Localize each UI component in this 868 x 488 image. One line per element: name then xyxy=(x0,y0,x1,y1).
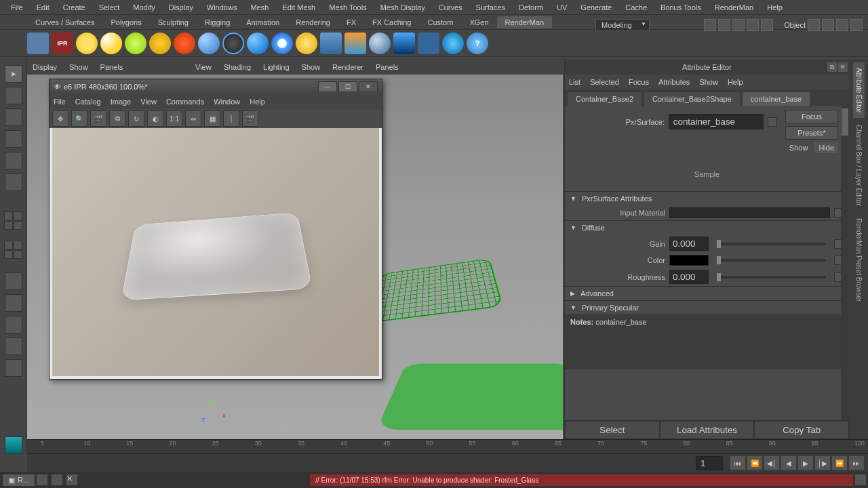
menu-uv[interactable]: UV xyxy=(550,1,574,14)
paint-select-tool-icon[interactable] xyxy=(5,108,22,126)
rv-crop-icon[interactable]: ┊ xyxy=(223,110,239,127)
menu-help[interactable]: Help xyxy=(760,1,789,14)
node-name-field[interactable] xyxy=(669,114,764,129)
layout-two-icon[interactable] xyxy=(14,211,22,220)
shelf-tab-renderman[interactable]: RenderMan xyxy=(497,16,552,28)
rv-view[interactable]: View xyxy=(140,98,157,106)
rotate-tool-icon[interactable] xyxy=(5,152,22,169)
rv-pick-icon[interactable]: ◐ xyxy=(147,110,163,127)
show-button[interactable]: Show xyxy=(785,142,812,153)
render-view-titlebar[interactable]: 👁 e6 IPR 480x360 100.0%* — ☐ ✕ xyxy=(50,79,382,94)
color-swatch[interactable] xyxy=(669,255,709,266)
ae-selected[interactable]: Selected xyxy=(590,78,619,86)
menu-edit[interactable]: Edit xyxy=(30,1,56,14)
presets-button[interactable]: Presets* xyxy=(785,126,838,140)
shelf-tab-animation[interactable]: Animation xyxy=(238,16,288,28)
file-new-icon[interactable] xyxy=(704,19,716,31)
rv-split-icon[interactable]: ⇔ xyxy=(185,110,201,127)
ae-show[interactable]: Show xyxy=(699,78,718,86)
color-slider[interactable] xyxy=(717,259,826,262)
rv-copy-icon[interactable]: ⧉ xyxy=(109,110,125,127)
snap-point-icon[interactable] xyxy=(5,316,22,333)
menu-mesh[interactable]: Mesh xyxy=(243,1,275,14)
play-forward-icon[interactable]: ▶ xyxy=(798,456,813,470)
rv-1to1-icon[interactable]: 1:1 xyxy=(166,110,182,127)
maximize-button[interactable]: ☐ xyxy=(338,81,357,92)
selected-mesh-wireframe[interactable] xyxy=(369,258,503,323)
shelf-tab-xgen[interactable]: XGen xyxy=(461,16,496,28)
vp-lighting[interactable]: Lighting xyxy=(263,63,290,71)
rv-refresh-icon[interactable]: ↻ xyxy=(128,110,144,127)
vp-renderer[interactable]: Renderer xyxy=(332,63,363,71)
layout1-icon[interactable] xyxy=(822,19,834,31)
time-slider[interactable]: 5101520253035404550556065707580859095100 xyxy=(27,439,868,454)
file-save-icon[interactable] xyxy=(732,19,745,31)
vp-shading[interactable]: Shading xyxy=(224,63,251,71)
ae-tab-container-base2[interactable]: Container_Base2 xyxy=(568,92,642,106)
shelf-tab-sculpting[interactable]: Sculpting xyxy=(150,16,197,28)
rv-marquee-icon[interactable]: ▦ xyxy=(204,110,220,127)
ae-focus[interactable]: Focus xyxy=(629,78,649,86)
rv-image[interactable]: Image xyxy=(111,98,132,106)
script-editor-icon[interactable] xyxy=(855,474,866,485)
hide-button[interactable]: Hide xyxy=(814,142,838,153)
ae-tab-container-base2shape[interactable]: Container_Base2Shape xyxy=(644,92,740,106)
material-sample-swatch[interactable]: Sample xyxy=(565,157,849,191)
ae-tab-container-base[interactable]: container_base xyxy=(743,92,810,106)
layout-single-icon[interactable] xyxy=(4,211,13,220)
current-frame-field[interactable] xyxy=(696,456,723,470)
step-forward-key-icon[interactable]: ⏩ xyxy=(832,456,847,470)
load-attributes-button[interactable]: Load Attributes xyxy=(660,421,755,439)
redo-icon[interactable] xyxy=(761,19,773,31)
play-back-icon[interactable]: ◀ xyxy=(781,456,796,470)
bulb-sphere-icon[interactable] xyxy=(296,33,317,54)
shelf-tab-fx-caching[interactable]: FX Caching xyxy=(364,16,419,28)
layout-c-icon[interactable] xyxy=(4,250,13,259)
ae-list[interactable]: List xyxy=(569,78,580,86)
ipr-icon[interactable]: IPR xyxy=(52,33,73,54)
calculator-icon[interactable] xyxy=(320,33,342,54)
step-back-icon[interactable]: ◀│ xyxy=(764,456,779,470)
matte-sphere-icon[interactable] xyxy=(198,33,220,54)
vp-display[interactable]: Display xyxy=(33,63,57,71)
go-end-icon[interactable]: ⏭ xyxy=(849,456,864,470)
menu-mesh-tools[interactable]: Mesh Tools xyxy=(322,1,373,14)
ae-attributes[interactable]: Attributes xyxy=(658,78,690,86)
undo-icon[interactable] xyxy=(747,19,759,31)
menu-windows[interactable]: Windows xyxy=(200,1,244,14)
shelf-tab-polygons[interactable]: Polygons xyxy=(102,16,149,28)
swirl-icon[interactable] xyxy=(442,33,464,54)
snap-grid-icon[interactable] xyxy=(5,272,22,290)
menu-curves[interactable]: Curves xyxy=(432,1,469,14)
layout-b-icon[interactable] xyxy=(14,241,22,249)
input-material-field[interactable] xyxy=(669,207,830,218)
menu-display[interactable]: Display xyxy=(162,1,200,14)
attribute-editor-scrollbar[interactable] xyxy=(841,106,849,420)
workspace-dropdown[interactable]: Modeling xyxy=(595,19,650,31)
ae-popout-icon[interactable]: ⧉ xyxy=(827,62,837,72)
rv-zoom-icon[interactable]: 🔍 xyxy=(71,110,87,127)
gain-field[interactable] xyxy=(669,237,709,251)
dome-sphere-icon[interactable] xyxy=(149,33,171,54)
select-button[interactable]: Select xyxy=(565,421,660,439)
section-primary-specular[interactable]: ▼Primary Specular xyxy=(565,301,849,314)
ae-help[interactable]: Help xyxy=(728,78,743,86)
menu-modify[interactable]: Modify xyxy=(126,1,161,14)
moon-icon[interactable] xyxy=(369,33,391,54)
menu-bonus-tools[interactable]: Bonus Tools xyxy=(654,1,708,14)
sun-sphere-icon[interactable] xyxy=(100,33,122,54)
eye-sphere-icon[interactable] xyxy=(271,33,293,54)
move-tool-icon[interactable] xyxy=(5,130,22,148)
right-tab-attribute-editor[interactable]: Attribute Editor xyxy=(853,62,865,118)
image-tool-icon[interactable] xyxy=(344,33,366,54)
select-mode-icon[interactable] xyxy=(808,19,820,31)
bar-chart-icon[interactable] xyxy=(418,33,439,54)
key-sphere-icon[interactable] xyxy=(247,33,269,54)
lock-icon[interactable] xyxy=(768,117,777,127)
close-button[interactable]: ✕ xyxy=(359,81,378,92)
step-back-key-icon[interactable]: ⏪ xyxy=(747,456,762,470)
rv-window[interactable]: Window xyxy=(214,98,240,106)
shelf-tab-rendering[interactable]: Rendering xyxy=(288,16,338,28)
green-mesh[interactable] xyxy=(376,364,563,430)
layout-four-icon[interactable] xyxy=(14,221,22,230)
